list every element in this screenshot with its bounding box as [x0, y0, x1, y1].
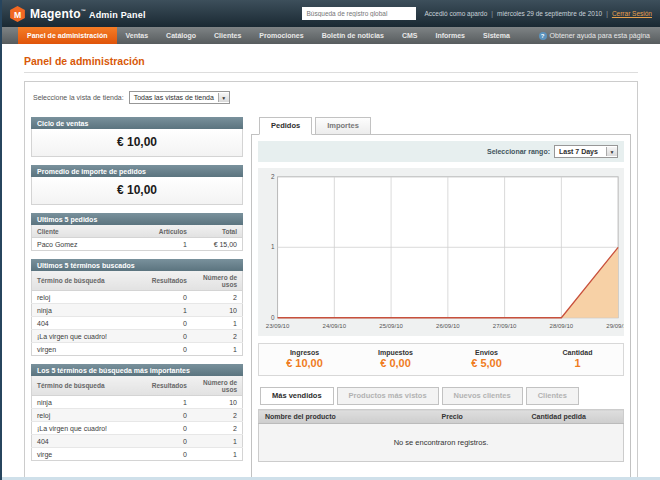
- table-row[interactable]: virgen01: [32, 343, 243, 356]
- empty-row: No se encontraron registros.: [259, 424, 624, 462]
- card-value: € 10,00: [31, 177, 243, 205]
- column-header-nombre-del-producto: Nombre del producto: [259, 410, 436, 424]
- report-tabs: Más vendidosProductos más vistosNuevos c…: [258, 387, 624, 405]
- svg-text:23/09/10: 23/09/10: [266, 323, 290, 329]
- table-cell: virgen: [32, 343, 142, 356]
- table-row[interactable]: 40401: [32, 435, 243, 448]
- stat-value: € 0,00: [350, 357, 441, 369]
- magento-logo-icon: M: [10, 6, 25, 22]
- chart-svg: 01223/09/1024/09/1025/09/1026/09/1027/09…: [258, 169, 624, 335]
- column-header-termino-de-busqueda: Término de búsqueda: [32, 271, 142, 291]
- table-header-row: ClienteArtículosTotal: [32, 225, 243, 238]
- brand-name: Magento: [30, 7, 81, 21]
- column-header-cantidad-pedida: Cantidad pedida: [526, 410, 624, 424]
- nav-item-sistema[interactable]: Sistema: [474, 27, 519, 44]
- nav-item-clientes[interactable]: Clientes: [205, 27, 250, 44]
- store-view-bar: Seleccione la vista de tienda: Todas las…: [31, 88, 631, 110]
- column-header-numero-de-usos: Número de usos: [192, 376, 243, 396]
- table-cell: 0: [141, 317, 192, 330]
- nav-item-cms[interactable]: CMS: [393, 27, 427, 44]
- card-last-orders: Ultimos 5 pedidos ClienteArtículosTotalP…: [31, 213, 243, 251]
- table-cell: 0: [141, 343, 192, 356]
- table-row[interactable]: ninja110: [32, 304, 243, 317]
- card-last-search-terms: Ultimos 5 términos buscados Término de b…: [31, 259, 243, 356]
- table-row[interactable]: reloj02: [32, 291, 243, 304]
- separator: |: [491, 10, 493, 17]
- nav-item-catalogo[interactable]: Catálogo: [157, 27, 205, 44]
- tab-mas-vendidos[interactable]: Más vendidos: [260, 387, 334, 405]
- stat-label: Envíos: [441, 349, 532, 356]
- stat-value: € 10,00: [259, 357, 350, 369]
- card-lifetime-sales: Ciclo de ventas € 10,00: [31, 117, 243, 157]
- card-title: Los 5 términos de búsqueda más important…: [31, 364, 243, 376]
- separator: |: [606, 10, 608, 17]
- card-top-search-terms: Los 5 términos de búsqueda más important…: [31, 364, 243, 461]
- table-header-row: Término de búsquedaResultadosNúmero de u…: [32, 376, 243, 396]
- svg-text:1: 1: [271, 243, 275, 250]
- table-cell: 1: [192, 435, 243, 448]
- stat-ingresos: Ingresos€ 10,00: [259, 349, 350, 369]
- table-cell: Paco Gomez: [32, 238, 142, 251]
- totals-bar: Ingresos€ 10,00Impuestos€ 0,00Envíos€ 5,…: [258, 343, 624, 376]
- last-search-terms-table: Término de búsquedaResultadosNúmero de u…: [31, 271, 243, 356]
- user-greeting: Accedió como apardo: [424, 10, 487, 17]
- table-cell: 1: [192, 448, 243, 461]
- user-area: Accedió como apardo | miércoles 29 de se…: [424, 10, 652, 17]
- global-search-input[interactable]: [302, 7, 416, 20]
- table-cell: 2: [192, 330, 243, 343]
- svg-text:25/09/10: 25/09/10: [379, 323, 403, 329]
- table-row[interactable]: ¡La virgen que cuadro!02: [32, 422, 243, 435]
- range-select[interactable]: Last 7 Days ▼: [554, 145, 618, 158]
- table-cell: 0: [141, 448, 192, 461]
- table-cell: reloj: [32, 291, 142, 304]
- nav-item-ventas[interactable]: Ventas: [117, 27, 158, 44]
- table-cell: 0: [141, 422, 192, 435]
- table-cell: 1: [141, 238, 192, 251]
- card-title: Ultimos 5 términos buscados: [31, 259, 243, 271]
- empty-message: No se encontraron registros.: [259, 424, 624, 462]
- table-cell: virge: [32, 448, 142, 461]
- tab-clientes: Clientes: [526, 387, 579, 405]
- table-cell: 0: [141, 291, 192, 304]
- table-row[interactable]: 40401: [32, 317, 243, 330]
- svg-text:28/09/10: 28/09/10: [550, 323, 574, 329]
- table-cell: 1: [192, 343, 243, 356]
- table-header-row: Término de búsquedaResultadosNúmero de u…: [32, 271, 243, 291]
- table-cell: 0: [141, 330, 192, 343]
- card-average-orders: Promedio de importe de pedidos € 10,00: [31, 165, 243, 205]
- stat-value: € 5,00: [441, 357, 532, 369]
- table-cell: 10: [192, 304, 243, 317]
- store-view-select[interactable]: Todas las vistas de tienda ▼: [129, 91, 230, 104]
- table-cell: ¡La virgen que cuadro!: [32, 330, 142, 343]
- card-title: Ciclo de ventas: [31, 117, 243, 129]
- tab-pedidos[interactable]: Pedidos: [259, 117, 312, 135]
- table-row[interactable]: ¡La virgen que cuadro!02: [32, 330, 243, 343]
- tab-importes[interactable]: Importes: [315, 117, 371, 135]
- nav-item-informes[interactable]: Informes: [426, 27, 474, 44]
- svg-text:0: 0: [271, 314, 275, 321]
- nav-item-panel-de-administracion[interactable]: Panel de administración: [18, 27, 117, 44]
- table-cell: 1: [141, 304, 192, 317]
- nav-item-boletin-de-noticias[interactable]: Boletín de noticias: [313, 27, 393, 44]
- app-subtitle: Admin Panel: [89, 10, 146, 20]
- logout-link[interactable]: Cerrar Sesión: [612, 10, 652, 17]
- table-cell: ninja: [32, 396, 142, 409]
- table-cell: 1: [192, 317, 243, 330]
- svg-text:29/09/10: 29/09/10: [606, 323, 624, 329]
- table-row[interactable]: ninja110: [32, 396, 243, 409]
- stat-label: Ingresos: [259, 349, 350, 356]
- column-header-termino-de-busqueda: Término de búsqueda: [32, 376, 142, 396]
- orders-chart: 01223/09/1024/09/1025/09/1026/09/1027/09…: [258, 168, 624, 336]
- table-row[interactable]: reloj02: [32, 409, 243, 422]
- top-search-terms-table: Término de búsquedaResultadosNúmero de u…: [31, 376, 243, 461]
- range-label: Seleccionar rango:: [487, 148, 550, 155]
- column-header-total: Total: [192, 225, 243, 238]
- table-cell: 2: [192, 409, 243, 422]
- table-cell: 404: [32, 435, 142, 448]
- help-link[interactable]: ? Obtener ayuda para esta página: [539, 27, 650, 44]
- table-cell: reloj: [32, 409, 142, 422]
- table-row[interactable]: Paco Gomez1€ 15,00: [32, 238, 243, 251]
- date-text: miércoles 29 de septiembre de 2010: [497, 10, 602, 17]
- nav-item-promociones[interactable]: Promociones: [250, 27, 312, 44]
- table-row[interactable]: virge01: [32, 448, 243, 461]
